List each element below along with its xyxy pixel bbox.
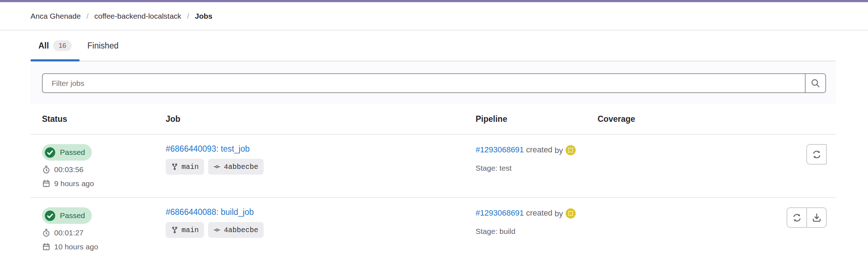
pipeline-by-label: by	[555, 145, 563, 156]
filter-section	[30, 61, 836, 104]
calendar-icon	[42, 179, 51, 188]
job-cell: #6866440088: build_job main 4abbecbe	[154, 207, 464, 252]
branch-icon	[171, 163, 178, 170]
job-finished-time-value: 10 hours ago	[54, 241, 98, 252]
branch-ref-pill[interactable]: main	[166, 159, 204, 175]
status-passed-icon	[44, 147, 56, 158]
table-header-row: Status Job Pipeline Coverage	[30, 104, 836, 135]
pipeline-cell: #1293068691 created by Stage: test	[464, 144, 586, 189]
branch-icon	[171, 226, 178, 234]
status-cell: Passed 00:01:27 10 hours ago	[30, 207, 154, 252]
pipeline-info: #1293068691 created by	[476, 144, 579, 156]
job-cell: #6866440093: test_job main 4abbecbe	[154, 144, 464, 189]
header-status: Status	[30, 114, 154, 124]
commit-icon	[213, 163, 221, 170]
stopwatch-icon	[42, 165, 51, 174]
breadcrumb-user-link[interactable]: Anca Ghenade	[30, 12, 81, 20]
tab-finished-label: Finished	[88, 41, 119, 51]
job-refs: main 4abbecbe	[166, 159, 464, 175]
jobs-table: Status Job Pipeline Coverage Passed 00:0…	[30, 104, 836, 258]
pipeline-created-label: created	[526, 208, 552, 217]
tab-all[interactable]: All 16	[30, 31, 80, 61]
pipeline-cell: #1293068691 created by Stage: build	[464, 207, 586, 252]
status-badge[interactable]: Passed	[42, 207, 92, 224]
actions-cell	[708, 144, 836, 189]
status-badge-label: Passed	[60, 148, 85, 157]
avatar[interactable]	[566, 208, 576, 218]
breadcrumb-current-page: Jobs	[195, 12, 212, 20]
status-passed-icon	[44, 210, 56, 222]
status-badge[interactable]: Passed	[42, 144, 92, 161]
header-pipeline: Pipeline	[464, 114, 586, 124]
filter-jobs-input[interactable]	[43, 74, 805, 92]
search-icon	[811, 78, 820, 88]
commit-sha: 4abbecbe	[224, 163, 258, 171]
breadcrumb-separator: /	[81, 12, 94, 20]
retry-job-button[interactable]	[806, 144, 827, 165]
filter-input-group	[42, 73, 826, 93]
coverage-cell	[586, 144, 708, 189]
job-duration: 00:03:56	[42, 164, 154, 175]
pipeline-link[interactable]: #1293068691	[476, 145, 524, 154]
retry-job-button[interactable]	[787, 207, 807, 228]
table-row: Passed 00:03:56 9 hours ago #6866440093:…	[30, 135, 836, 198]
status-badge-label: Passed	[60, 211, 85, 220]
coverage-cell	[586, 207, 708, 252]
pipeline-created-label: created	[526, 145, 552, 154]
job-refs: main 4abbecbe	[166, 222, 464, 238]
retry-icon	[792, 213, 802, 223]
table-row: Passed 00:01:27 10 hours ago #6866440088…	[30, 198, 836, 258]
status-cell: Passed 00:03:56 9 hours ago	[30, 144, 154, 189]
stopwatch-icon	[42, 229, 51, 237]
pipeline-stage: Stage: test	[476, 164, 586, 172]
search-button[interactable]	[805, 74, 825, 92]
breadcrumb-separator: /	[181, 12, 195, 20]
jobs-tabs: All 16 Finished	[30, 31, 836, 61]
job-finished-time: 9 hours ago	[42, 178, 154, 189]
header-job: Job	[154, 114, 464, 124]
download-icon	[812, 213, 822, 223]
commit-ref-pill[interactable]: 4abbecbe	[208, 159, 264, 175]
actions-cell	[708, 207, 836, 252]
job-link[interactable]: #6866440093: test_job	[166, 144, 250, 153]
breadcrumb-project-link[interactable]: coffee-backend-localstack	[94, 12, 181, 20]
tab-all-count-badge: 16	[53, 40, 71, 51]
job-duration-value: 00:03:56	[54, 164, 84, 175]
calendar-icon	[42, 243, 51, 251]
job-duration-value: 00:01:27	[54, 227, 84, 238]
commit-sha: 4abbecbe	[224, 226, 258, 234]
avatar[interactable]	[566, 145, 576, 155]
pipeline-info: #1293068691 created by	[476, 207, 579, 219]
breadcrumb: Anca Ghenade / coffee-backend-localstack…	[0, 2, 868, 31]
header-coverage: Coverage	[586, 114, 708, 124]
tab-all-label: All	[38, 41, 49, 51]
pipeline-stage: Stage: build	[476, 227, 586, 236]
commit-icon	[213, 226, 221, 234]
job-finished-time: 10 hours ago	[42, 241, 154, 252]
tab-finished[interactable]: Finished	[80, 31, 127, 61]
pipeline-link[interactable]: #1293068691	[476, 208, 524, 217]
job-finished-time-value: 9 hours ago	[54, 178, 94, 189]
commit-ref-pill[interactable]: 4abbecbe	[208, 222, 264, 238]
branch-name: main	[181, 163, 199, 171]
download-artifacts-button[interactable]	[806, 207, 827, 228]
job-link[interactable]: #6866440088: build_job	[166, 207, 254, 217]
branch-ref-pill[interactable]: main	[166, 222, 204, 238]
branch-name: main	[181, 226, 199, 234]
pipeline-by-label: by	[555, 208, 563, 219]
retry-icon	[812, 149, 822, 160]
job-duration: 00:01:27	[42, 227, 154, 238]
